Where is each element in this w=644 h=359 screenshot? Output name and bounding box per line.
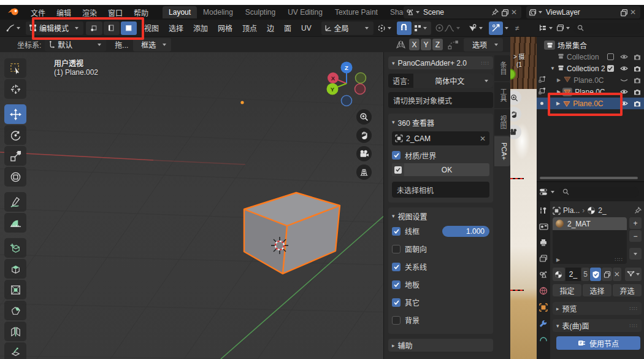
plane1-render-icon[interactable] bbox=[631, 77, 644, 84]
menu-help[interactable]: 帮助 bbox=[128, 7, 154, 18]
users-count-button[interactable]: 5 bbox=[581, 268, 589, 281]
deselect-button[interactable]: 弃选 bbox=[613, 284, 642, 296]
tool-add-cube[interactable] bbox=[4, 238, 26, 258]
helper-section-header[interactable]: ▸辅助 bbox=[388, 339, 493, 352]
gizmo-dropdown[interactable] bbox=[468, 24, 485, 33]
zoom-button[interactable] bbox=[356, 109, 372, 125]
material-name-field[interactable]: 2_ bbox=[565, 268, 581, 281]
remove-viewlayer-icon[interactable]: ✕ bbox=[628, 8, 638, 17]
outliner-display-mode-button[interactable] bbox=[556, 24, 572, 32]
tool-move[interactable] bbox=[4, 104, 26, 124]
workspace-tab-modeling[interactable]: Modeling bbox=[197, 6, 239, 18]
new-scene-icon[interactable] bbox=[501, 9, 509, 17]
outliner-row-collection1[interactable]: Collection bbox=[537, 51, 644, 63]
menu-window[interactable]: 窗口 bbox=[102, 7, 128, 18]
tab-viewlayer-icon[interactable] bbox=[539, 255, 548, 263]
breadcrumb-material[interactable]: 2_ bbox=[598, 206, 632, 215]
plane1-hide-icon[interactable] bbox=[617, 77, 631, 83]
viewlayer-selector[interactable]: ViewLayer ✕ bbox=[526, 6, 640, 18]
select-mode-vertex-button[interactable] bbox=[86, 21, 102, 35]
face-orientation-row[interactable]: 面朝向 bbox=[392, 240, 489, 258]
mesh-cube[interactable] bbox=[233, 184, 353, 285]
snap-path-icon[interactable] bbox=[448, 40, 459, 50]
select-button[interactable]: 选择 bbox=[583, 284, 611, 296]
outliner-row-plane2[interactable]: ▶ Plane.0C bbox=[537, 86, 644, 98]
plane3-render-icon[interactable] bbox=[631, 100, 644, 107]
material-world-row[interactable]: 材质/世界 bbox=[392, 147, 489, 163]
workspace-tab-uvediting[interactable]: UV Editing bbox=[282, 6, 329, 18]
options-dropdown[interactable]: 选项 bbox=[464, 38, 503, 52]
relationship-lines-row[interactable]: 关系线 bbox=[392, 258, 489, 276]
tool-cursor[interactable] bbox=[4, 79, 26, 99]
workspace-tab-texturepaint[interactable]: Texture Paint bbox=[329, 6, 384, 18]
tab-item[interactable]: 条目 bbox=[494, 55, 510, 81]
workspace-tab-layout[interactable]: Layout bbox=[163, 6, 197, 18]
collection2-render-icon[interactable] bbox=[631, 65, 644, 72]
new-viewlayer-icon[interactable] bbox=[620, 9, 628, 17]
tool-bevel[interactable] bbox=[4, 301, 26, 320]
background-row[interactable]: 背景 bbox=[392, 311, 489, 329]
tab-physics-icon-partial[interactable] bbox=[539, 336, 548, 341]
assign-button[interactable]: 指定 bbox=[553, 284, 581, 296]
menu-face[interactable]: 面 bbox=[279, 23, 296, 33]
tool-measure[interactable] bbox=[4, 213, 26, 233]
plane3-hide-icon[interactable] bbox=[617, 100, 631, 107]
menu-uv[interactable]: UV bbox=[296, 24, 316, 33]
properties-editor-type-button[interactable] bbox=[539, 188, 556, 196]
snap-toggle[interactable] bbox=[397, 21, 411, 35]
outliner-row-plane3-active[interactable]: ▶ Plane.0C bbox=[537, 98, 644, 109]
wireframe-slider[interactable]: 1.000 bbox=[442, 226, 489, 237]
collection2-hide-icon[interactable] bbox=[617, 65, 631, 72]
other-row[interactable]: 其它 bbox=[392, 293, 489, 311]
pin-icon[interactable] bbox=[491, 9, 499, 16]
menu-vertex[interactable]: 顶点 bbox=[237, 23, 262, 33]
browse-material-button[interactable] bbox=[553, 268, 565, 281]
material-slot-row[interactable]: 2_MAT bbox=[553, 217, 627, 230]
mirror-icon[interactable] bbox=[396, 40, 406, 49]
tool-transform[interactable] bbox=[4, 167, 26, 187]
strip-zoom-button[interactable] bbox=[510, 90, 521, 105]
tool-knife[interactable] bbox=[4, 342, 26, 359]
use-nodes-button[interactable]: 使用节点 bbox=[556, 336, 640, 350]
menu-file[interactable]: 文件 bbox=[25, 7, 51, 18]
duplicate-material-button[interactable] bbox=[602, 268, 611, 281]
proportional-icon[interactable]: ≠ bbox=[515, 24, 519, 33]
strip-pan-button[interactable] bbox=[510, 107, 521, 122]
viewlayer-name[interactable]: ViewLayer bbox=[544, 8, 620, 17]
overlays-dropdown[interactable] bbox=[505, 27, 508, 29]
editor-type-button[interactable] bbox=[0, 23, 26, 33]
expand-icon[interactable]: ▼ bbox=[550, 66, 555, 71]
outliner-editor-type-button[interactable] bbox=[539, 24, 554, 33]
pin-icon[interactable] bbox=[634, 207, 642, 214]
collection1-render-icon[interactable] bbox=[631, 53, 644, 61]
camera-field[interactable]: 2_CAM ✕ bbox=[392, 131, 489, 145]
tab-modifiers-icon[interactable] bbox=[539, 320, 548, 328]
plane2-hide-icon[interactable] bbox=[617, 88, 631, 95]
collection1-checkbox[interactable] bbox=[604, 53, 617, 60]
unlink-material-button[interactable]: ✕ bbox=[613, 268, 621, 281]
expand-icon[interactable]: ▶ bbox=[557, 89, 561, 95]
tool-rotate[interactable] bbox=[4, 125, 26, 145]
scene-name[interactable]: Scene bbox=[421, 8, 491, 17]
outliner-row-collection2[interactable]: ▼ Collection 2 bbox=[537, 63, 644, 74]
select-tool-dropdown[interactable]: 框选 bbox=[133, 38, 171, 52]
mode-selector[interactable]: 编辑模式 bbox=[26, 21, 83, 35]
coord-dropdown[interactable]: 默认 bbox=[45, 38, 106, 52]
tool-scale[interactable] bbox=[4, 146, 26, 166]
tab-scene-icon[interactable] bbox=[539, 271, 548, 279]
preview-viewport-strip[interactable]: ≠ > 摄 (1 bbox=[510, 20, 537, 359]
outliner-row-scene-collection[interactable]: 场景集合 bbox=[537, 39, 644, 51]
blender-logo-icon[interactable] bbox=[7, 7, 19, 18]
view-settings-header[interactable]: ▾视图设置 bbox=[392, 210, 489, 222]
tool-inset[interactable] bbox=[4, 280, 26, 299]
clear-camera-icon[interactable]: ✕ bbox=[476, 134, 489, 143]
slot-expand-icon[interactable]: ▶ bbox=[556, 257, 560, 263]
outliner-scrollbar[interactable] bbox=[540, 177, 638, 179]
tab-object-icon[interactable] bbox=[539, 303, 548, 312]
ok-button[interactable]: OK bbox=[392, 163, 489, 176]
orientation-dropdown[interactable]: 全局 bbox=[321, 21, 374, 35]
expand-icon[interactable]: ▶ bbox=[557, 77, 561, 83]
menu-mesh[interactable]: 网格 bbox=[213, 23, 237, 33]
tab-view[interactable]: 视图 bbox=[494, 109, 510, 135]
tab-output-icon[interactable] bbox=[539, 239, 548, 247]
